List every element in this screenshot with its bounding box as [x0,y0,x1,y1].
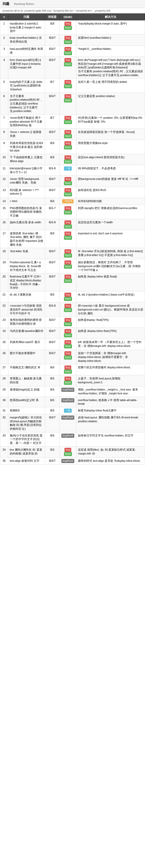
row-demo-badges: 一直 [59,407,76,414]
badge-bug: bug [65,130,71,134]
row-demo-badges: bug/fixed [59,414,76,432]
badge-fixed: fixed [64,265,72,269]
badge-bug: bug [65,318,71,322]
row-demo-badges: bug fixed [59,21,76,35]
badge-bug/fixed: bug/fixed [62,459,75,463]
row-number: 22 [0,303,8,317]
badge-fixed: fixed [64,210,72,215]
badge-bug: bug [65,231,71,236]
row-number: 15 [0,205,8,219]
table-row: 16如div元素出现 多余 widthIE6-8bug fixed设定给这些元素… [0,219,145,230]
row-browser: IE6 [45,446,59,457]
row-demo-badges: bug fixed [59,46,76,57]
row-issue: Position:absolute元 素+ a display:block, 在… [8,259,45,273]
row-browser: IE6 [45,407,59,414]
col-header-num: # [0,14,8,21]
row-number: 27 [0,364,8,375]
table-row: 27不能检定文 l属性的文 本IE6bug fixed把整个的文件类型修对 di… [0,364,145,375]
row-fix: 利用 iepngfix 把它 替换成合适的Gamma profiles [76,205,145,219]
row-number: 2 [0,35,8,46]
row-fix: 在失效选择器后面追 加一个空选择器. :focus{} [76,129,145,140]
table-row: 35text-align 标签对到 文字IE6/7bug/fixed最终的样式 … [0,457,145,464]
row-fix: 99.99%的情况下，不必虑考虑 [76,165,145,176]
badge-bug: bug [65,260,71,265]
table-row: 21dt, dd, li 复数失效IE6bug fixeddt, dd, li … [0,291,145,303]
badge-fixed: fixed [64,355,72,360]
row-number: 31 [0,407,8,414]
badge-fixed: fixed [64,297,72,301]
badge-bug: bug [65,155,71,159]
badge-bug/fixed: bug/fixed [62,415,75,420]
row-fix: 最终的样式 text-align 是否改 为display:inline-blo… [76,457,145,464]
title-extra: Hacking Rules: [14,2,34,5]
badge-bug/fixed: bug/fixed [62,388,75,392]
badge-fixed: fixed [64,120,72,124]
table-row: 31双精IE8IE6一直标签为display:inline float元素中 [0,407,145,414]
row-demo-badges: bug fixed [59,248,76,259]
row-issue: input[button || submit] || body元素 || mar… [8,21,45,35]
table-row: 19Position:absolute元 素+ a display:block,… [0,259,145,273]
row-issue: IE问题:多 selector > /**/ selector {} [8,187,45,198]
badge-fixed: fixed [64,381,72,385]
row-demo-badges: bug fixed [59,205,76,219]
row-browser: IE6/7 [45,414,59,432]
badge-bug: bug [65,366,71,370]
row-issue: PNG透明图的的色彩与 某些图时弹出颜色矩 块颜色不正确 [8,205,45,219]
badge-bug: bug [65,275,71,279]
row-fix: 抽出多数情况，将绝对 文件结构了，不管背 background-url属4 旧的… [76,259,145,273]
row-demo-badges: bug fixed [59,259,76,273]
row-number: 10 [0,154,8,165]
subtitle: property:all-ie-js; property:gate-left-c… [0,8,145,13]
row-number: 5 [0,79,8,93]
row-number: 7 [0,115,8,129]
row-browser: IE6/7 [45,457,59,464]
table-row: 5body内的子元素上边 dotto空;1px的dotto点虚线时表示dashe… [0,79,145,93]
row-number: 34 [0,446,8,457]
row-issue: 背景图上；触发新 多元素的出现 [8,375,45,386]
row-browser: IE8 [45,140,59,154]
row-demo-badges: bug fixed [59,350,76,364]
badge-fixed: fixed [64,370,72,374]
badge-bug: bug [65,340,71,344]
row-issue: 与内文套属 baseline属IE对 [8,328,45,339]
row-issue: form {hasLayout的位置} || 元素中的 input || tex… [8,57,45,79]
row-number: 21 [0,291,8,303]
badge-bug: bug [65,206,71,210]
table-row: 22<noscript />与无标签 浏览器在IE中 javascript 的消… [0,303,145,317]
badge-bug: bug [65,94,71,98]
col-header-fix: 解决方法 [76,14,145,21]
badge-fixed: fixed [64,333,72,337]
row-number: 19 [0,259,8,273]
badge-bug: bug [65,22,71,26]
row-demo-badges: bug fixed [59,291,76,303]
row-demo-badges: bug fixed [59,446,76,457]
row-fix: 设定text-align:inherit:某些浏览器才此) [76,154,145,165]
table-row: 2body {overflow:hidden;} 没有在弹动出现IE6/7bug… [0,35,145,46]
row-browser: IE8 [45,230,59,248]
table-row: 6当子元素有 position:relative(绝对) 时，父元素必须设 ov… [0,93,145,114]
row-demo-badges: bug/fixed [59,386,76,397]
row-fix: dt, dd, li {position:relative;} (base.cs… [76,291,145,303]
row-fix: form div/*margin-left:xxx;*/ form div{ma… [76,57,145,79]
row-issue: 使用伪类 :first-letter; 限 :first-letter, 属性 … [8,230,45,248]
badge-fixed: fixed [64,159,72,164]
row-issue: float/clear元素不平 已对=设定 display:block;disp… [8,273,45,291]
badge-fixed: fixed [64,40,72,44]
row-demo-badges: bug fixed [59,35,76,46]
row-issue: 当子元素有 position:relative(绝对) 时，父元素必须设 ove… [8,93,45,114]
row-issue: 图片不能全查看图中 [8,350,45,364]
row-demo-badges: bug fixed [59,129,76,140]
badge-fixed: fixed [64,253,72,257]
row-issue: 输内(小于在IE某些浏览 器一个的字字符文字 的)位置，某一-- 内某一 对文字 [8,432,45,446]
row-issue: 双精IE8 [8,407,45,414]
row-browser: IE8 [45,21,59,35]
row-issue: 基准链(height)定义 的值 [8,386,45,397]
row-fix: important is evil, don't use it anymore [76,230,145,248]
badge-HACK: - HACK [62,199,74,204]
table-row: 1input[button || submit] || body元素 || ma… [0,21,145,35]
row-browser: IE6 [45,375,59,386]
row-number: 18 [0,248,8,259]
row-number: 20 [0,273,8,291]
table-row: 12:hover 背景 background-color属性 失效、失效IE6/… [0,176,145,187]
row-browser: IE6/7 [45,176,59,187]
